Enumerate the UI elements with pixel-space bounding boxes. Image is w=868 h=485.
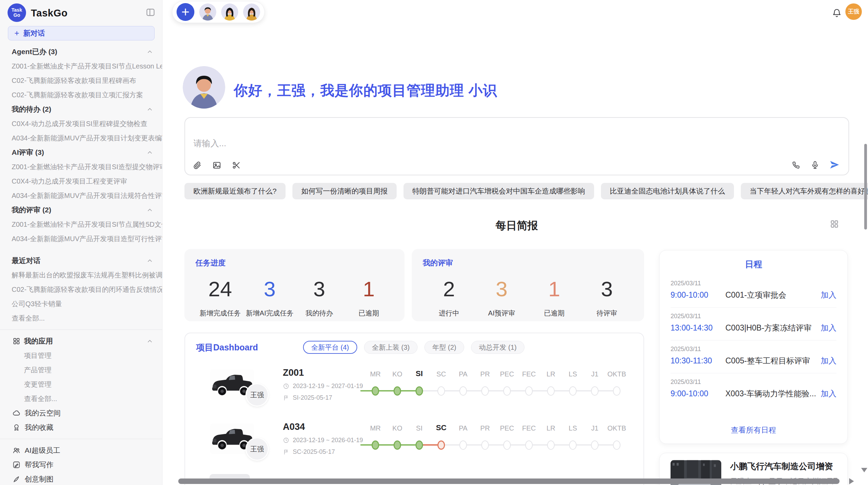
milestone-dot[interactable]	[437, 440, 445, 450]
agent-avatar-2[interactable]	[221, 3, 238, 21]
milestone-dot[interactable]	[591, 440, 599, 450]
new-chat-button[interactable]: + 新对话	[8, 26, 155, 40]
sidebar-tool-label: AI超级员工	[25, 446, 60, 455]
sidebar-apps-header[interactable]: 我的应用	[0, 334, 162, 348]
milestone-label: LS	[562, 370, 584, 378]
add-agent-button[interactable]	[177, 3, 194, 21]
scroll-right-arrow-icon[interactable]	[849, 478, 854, 484]
milestone-dot[interactable]	[459, 386, 467, 396]
dashboard-filter-chip[interactable]: 年型 (2)	[424, 341, 464, 354]
sidebar-conversation-item[interactable]: C0X4-动力总成开发项目工程变更评审	[0, 174, 162, 188]
briefing-layout-icon[interactable]	[830, 219, 839, 229]
suggestion-chip[interactable]: 如何写一份清晰的项目周报	[292, 183, 397, 199]
suggestion-chip[interactable]: 当下年轻人对汽车外观有怎样的喜好趋势	[741, 183, 868, 199]
sidebar-section-header[interactable]: 我的评审 (2)	[0, 203, 162, 217]
image-icon[interactable]	[212, 161, 221, 170]
horizontal-scrollbar[interactable]	[178, 478, 840, 484]
suggestion-chip[interactable]: 欧洲新规最近颁布了什么?	[184, 183, 286, 199]
sidebar-conversation-item[interactable]: Z001-全新燃油轻卡产品开发项目SI节点属性5D文件评审	[0, 217, 162, 232]
milestone-dot[interactable]	[525, 440, 533, 450]
milestone-dot[interactable]	[503, 440, 511, 450]
event-join-link[interactable]: 加入	[821, 356, 836, 366]
project-code[interactable]: A034	[283, 422, 305, 432]
sidebar-app-item[interactable]: 产品管理	[0, 363, 162, 377]
milestone-dot[interactable]	[591, 386, 599, 396]
agent-avatar-1[interactable]	[199, 3, 216, 21]
sidebar-conversation-item[interactable]: 公司Q3轻卡销量	[0, 297, 162, 311]
event-join-link[interactable]: 加入	[821, 323, 836, 333]
milestone-dot[interactable]	[569, 386, 577, 396]
user-avatar[interactable]: 王强	[845, 3, 862, 20]
sidebar-item-badge[interactable]: 我的收藏	[0, 420, 162, 435]
sidebar-conversation-item[interactable]: C0X4-动力总成开发项目SI里程碑提交物检查	[0, 116, 162, 131]
scissors-icon[interactable]	[232, 161, 241, 170]
suggestion-chip[interactable]: 特朗普可能对进口汽车增税会对中国车企造成哪些影响	[403, 183, 594, 199]
pen-icon	[12, 475, 21, 483]
sidebar-conversation-item[interactable]: Z001-全新燃油轻卡产品开发项目SI造型提交物评审	[0, 160, 162, 174]
sidebar-conversation-item[interactable]: C02-飞腾新能源轻客改款项目里程碑画布	[0, 73, 162, 88]
dashboard-filter-chip[interactable]: 全新平台 (4)	[303, 341, 357, 354]
milestone-dot[interactable]	[394, 386, 401, 396]
schedule-view-all-link[interactable]: 查看所有日程	[660, 425, 847, 435]
sidebar-conversation-item[interactable]: A034-全新新能源MUV产品开发项目计划变更表编写	[0, 131, 162, 145]
scroll-down-arrow-icon[interactable]	[861, 468, 867, 472]
notification-bell-icon[interactable]	[832, 8, 842, 18]
sidebar-section-header[interactable]: Agent已办 (3)	[0, 45, 162, 59]
milestone-dot[interactable]	[481, 386, 489, 396]
sidebar-conversation-item[interactable]: A034-全新新能源MUV产品开发项目造型可行性评审	[0, 232, 162, 246]
milestone-dot[interactable]	[547, 440, 555, 450]
vertical-scrollbar[interactable]	[864, 144, 867, 229]
sidebar-conversation-item[interactable]: Z001-全新燃油皮卡产品开发项目SI节点Lesson Learn报告	[0, 59, 162, 73]
project-code[interactable]: Z001	[283, 368, 304, 378]
sidebar-conversation-item[interactable]: A034-全新新能源MUV产品开发项目法规符合性评审	[0, 188, 162, 203]
sidebar-tool-write[interactable]: 帮我写作	[0, 458, 162, 472]
clock-icon	[283, 383, 289, 389]
sidebar-app-item[interactable]: 项目管理	[0, 348, 162, 363]
milestone-dot[interactable]	[459, 440, 467, 450]
agent-avatar-3[interactable]	[243, 3, 260, 21]
milestone-dot[interactable]	[372, 440, 379, 450]
sidebar-tool-pen[interactable]: 创意制图	[0, 472, 162, 485]
project-owner-badge: 王强	[245, 383, 269, 407]
sidebar-app-item[interactable]: 变更管理	[0, 377, 162, 391]
sidebar-section-header[interactable]: AI评审 (3)	[0, 145, 162, 160]
phone-icon[interactable]	[792, 160, 801, 170]
sidebar-section-label: Agent已办 (3)	[12, 47, 57, 57]
dashboard-filter-chip[interactable]: 全新上装 (3)	[364, 341, 418, 354]
milestone-dot[interactable]	[437, 386, 445, 396]
sidebar-item-cloud[interactable]: 我的云空间	[0, 406, 162, 420]
sidebar-section-header[interactable]: 我的待办 (2)	[0, 102, 162, 116]
milestone-dot[interactable]	[569, 440, 577, 450]
suggestion-chip[interactable]: 比亚迪全固态电池计划具体说了什么	[601, 183, 734, 199]
milestone-dot[interactable]	[503, 386, 511, 396]
milestone-dot[interactable]	[394, 440, 401, 450]
event-join-link[interactable]: 加入	[821, 388, 836, 399]
milestone-dot[interactable]	[525, 386, 533, 396]
mic-icon[interactable]	[810, 160, 820, 170]
sidebar-section-header[interactable]: 最近对话	[0, 253, 162, 268]
milestone-dot[interactable]	[415, 386, 423, 396]
sidebar-conversation-item[interactable]: 解释最新出台的欧盟报废车法规再生塑料比例被调至15%...	[0, 268, 162, 282]
event-join-link[interactable]: 加入	[821, 290, 836, 300]
milestone-dot[interactable]	[547, 386, 555, 396]
milestone-dot[interactable]	[613, 386, 620, 396]
stat-value: 3	[475, 278, 528, 300]
sidebar-conversation-item[interactable]: 查看全部...	[0, 311, 162, 325]
sidebar-collapse-icon[interactable]	[146, 8, 155, 17]
milestone-dot[interactable]	[481, 440, 489, 450]
dashboard-filter-chip[interactable]: 动总开发 (1)	[471, 341, 525, 354]
project-row: 王强A0342023-12-19 ~ 2026-01-19SC-2025-05-…	[185, 419, 643, 473]
sidebar-tools: AI超级员工帮我写作创意制图	[0, 443, 162, 485]
milestone-dot[interactable]	[415, 440, 423, 450]
milestone-dot[interactable]	[613, 440, 620, 450]
sidebar-app-item[interactable]: 查看全部...	[0, 391, 162, 406]
paperclip-icon[interactable]	[193, 161, 202, 170]
sidebar-conversation-item[interactable]: C02-飞腾新能源轻客改款项目的闭环通告反馈情况	[0, 282, 162, 297]
send-icon[interactable]	[829, 160, 840, 170]
sidebar-header: Task Go TaskGo	[0, 0, 162, 28]
message-input[interactable]	[185, 118, 848, 156]
sidebar-tool-users[interactable]: AI超级员工	[0, 443, 162, 458]
sidebar-conversation-item[interactable]: C02-飞腾新能源轻客改款项目立项汇报方案	[0, 88, 162, 102]
milestone-label: PEC	[496, 424, 518, 432]
milestone-dot[interactable]	[372, 386, 379, 396]
